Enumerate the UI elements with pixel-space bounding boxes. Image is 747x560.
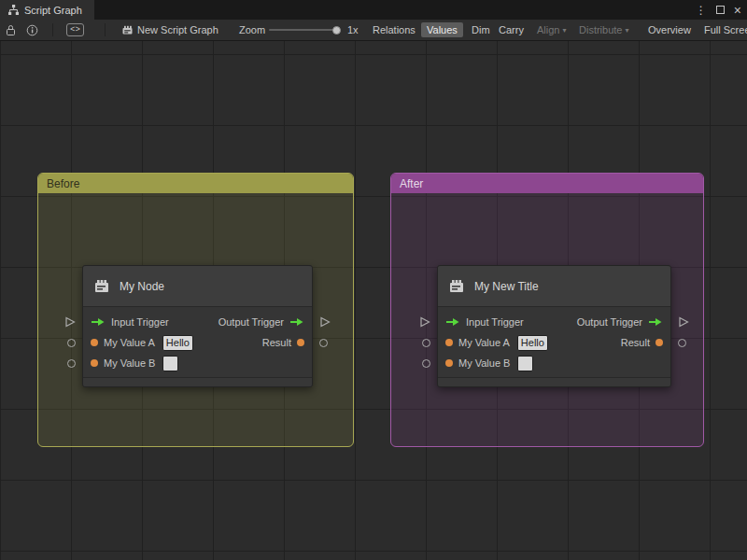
port-row-value-b: My Value B bbox=[438, 353, 670, 373]
chevron-down-icon: ▾ bbox=[562, 26, 566, 35]
orange-dot-icon[interactable] bbox=[445, 359, 453, 367]
hollow-triangle-icon[interactable] bbox=[678, 316, 689, 328]
relations-button[interactable]: Relations bbox=[373, 20, 416, 40]
chevron-down-icon: ▾ bbox=[625, 26, 628, 35]
align-button[interactable]: Align ▾ bbox=[537, 20, 566, 40]
code-view-icon[interactable]: <> bbox=[66, 20, 84, 40]
tab-title: Script Graph bbox=[24, 5, 82, 16]
value-a-input[interactable]: Hello bbox=[517, 335, 548, 351]
group-title: After bbox=[400, 177, 423, 190]
overview-button[interactable]: Overview bbox=[648, 20, 691, 40]
hollow-circle-icon[interactable] bbox=[422, 339, 430, 347]
orange-dot-icon[interactable] bbox=[445, 339, 453, 346]
port-label: Input Trigger bbox=[111, 316, 169, 328]
menu-icon[interactable]: ⋮ bbox=[696, 5, 707, 16]
hollow-circle-icon[interactable] bbox=[67, 359, 76, 368]
port-label: Result bbox=[621, 337, 650, 348]
group-header[interactable]: After bbox=[391, 174, 703, 193]
group-header[interactable]: Before bbox=[38, 174, 353, 193]
dim-button[interactable]: Dim bbox=[472, 20, 490, 40]
zoom-value: 1x bbox=[347, 20, 359, 40]
green-arrow-icon[interactable] bbox=[648, 317, 663, 327]
node-my-new-title[interactable]: My New Title Input Trigger Output Trigge bbox=[437, 265, 671, 387]
port-label: Output Trigger bbox=[577, 316, 642, 328]
script-machine-icon bbox=[92, 277, 111, 296]
port-row-value-b: My Value B bbox=[83, 353, 312, 373]
toolbar-separator bbox=[105, 23, 106, 36]
distribute-label: Distribute bbox=[579, 24, 622, 35]
green-arrow-icon[interactable] bbox=[289, 317, 304, 327]
group-title: Before bbox=[47, 177, 79, 190]
graph-asset-icon bbox=[121, 20, 134, 40]
node-ports: Input Trigger Output Trigger bbox=[83, 307, 312, 377]
port-label: Result bbox=[262, 337, 291, 348]
node-footer bbox=[438, 377, 670, 386]
port-row-value-a: My Value A Hello Result bbox=[83, 332, 312, 353]
port-label: My Value A bbox=[458, 337, 510, 348]
maximize-icon[interactable] bbox=[716, 6, 725, 14]
orange-dot-icon[interactable] bbox=[297, 339, 304, 346]
group-after[interactable]: After My New Title bbox=[390, 173, 704, 447]
port-label: Input Trigger bbox=[466, 316, 524, 328]
node-title: My New Title bbox=[474, 280, 539, 293]
node-ports: Input Trigger Output Trigger bbox=[438, 307, 670, 377]
orange-dot-icon[interactable] bbox=[91, 359, 98, 367]
hollow-triangle-icon[interactable] bbox=[319, 316, 331, 328]
hollow-circle-icon[interactable] bbox=[67, 339, 76, 347]
graph-canvas[interactable]: Before My Node bbox=[0, 41, 747, 560]
fullscreen-button[interactable]: Full Screen bbox=[704, 20, 747, 40]
distribute-button[interactable]: Distribute ▾ bbox=[579, 20, 628, 40]
zoom-slider[interactable] bbox=[269, 29, 340, 31]
script-graph-window: Script Graph ⋮ × <> bbox=[0, 0, 747, 560]
zoom-label: Zoom bbox=[239, 20, 265, 40]
lock-icon[interactable] bbox=[6, 20, 16, 40]
align-label: Align bbox=[537, 24, 559, 35]
hollow-circle-icon[interactable] bbox=[422, 359, 430, 368]
port-label: My Value A bbox=[104, 337, 155, 348]
tab-bar: Script Graph ⋮ × bbox=[0, 0, 747, 20]
value-a-input[interactable]: Hello bbox=[162, 335, 193, 351]
group-before[interactable]: Before My Node bbox=[37, 173, 354, 447]
node-header[interactable]: My Node bbox=[83, 266, 312, 307]
node-my-node[interactable]: My Node Input Trigger Output Trigger bbox=[82, 265, 313, 387]
info-icon[interactable] bbox=[26, 20, 38, 40]
green-arrow-icon[interactable] bbox=[445, 317, 460, 327]
values-button[interactable]: Values bbox=[421, 22, 463, 37]
graph-toolbar: <> New Script Graph Zoom 1x Relations Va… bbox=[0, 20, 747, 41]
hollow-triangle-icon[interactable] bbox=[64, 316, 76, 328]
port-label: Output Trigger bbox=[218, 316, 284, 328]
graph-name-label[interactable]: New Script Graph bbox=[137, 20, 218, 40]
value-b-input[interactable] bbox=[517, 356, 533, 371]
port-row-trigger: Input Trigger Output Trigger bbox=[83, 312, 312, 332]
hollow-triangle-icon[interactable] bbox=[419, 316, 430, 328]
node-footer bbox=[83, 377, 312, 386]
orange-dot-icon[interactable] bbox=[655, 339, 663, 346]
hollow-circle-icon[interactable] bbox=[678, 339, 686, 347]
script-machine-icon bbox=[447, 277, 466, 296]
window-controls: ⋮ × bbox=[696, 0, 741, 20]
close-icon[interactable]: × bbox=[734, 4, 741, 17]
node-title: My Node bbox=[120, 280, 164, 293]
value-b-input[interactable] bbox=[162, 356, 178, 371]
orange-dot-icon[interactable] bbox=[91, 339, 98, 346]
port-label: My Value B bbox=[458, 357, 510, 369]
carry-button[interactable]: Carry bbox=[499, 20, 524, 40]
zoom-slider-handle[interactable] bbox=[332, 26, 341, 35]
port-label: My Value B bbox=[104, 357, 155, 369]
tab-script-graph[interactable]: Script Graph bbox=[0, 0, 94, 20]
toolbar-separator bbox=[52, 23, 53, 36]
hollow-circle-icon[interactable] bbox=[319, 339, 328, 347]
green-arrow-icon[interactable] bbox=[91, 317, 106, 327]
port-row-trigger: Input Trigger Output Trigger bbox=[438, 312, 670, 332]
node-header[interactable]: My New Title bbox=[438, 266, 670, 307]
graph-icon bbox=[7, 4, 20, 16]
port-row-value-a: My Value A Hello Result bbox=[438, 332, 670, 353]
